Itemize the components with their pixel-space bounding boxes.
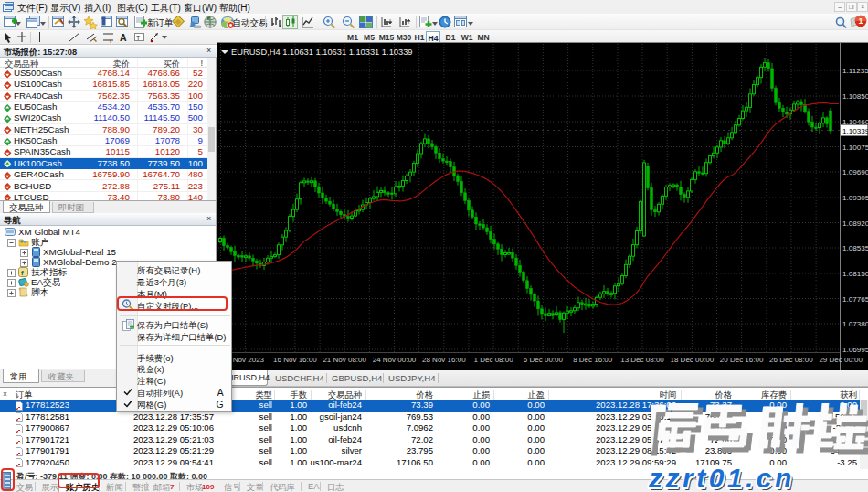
svg-text:1 Dec 08:00: 1 Dec 08:00 xyxy=(474,356,514,364)
svg-text:1.08150: 1.08150 xyxy=(842,270,868,278)
svg-text:1.10339: 1.10339 xyxy=(842,127,868,135)
svg-text:1: 1 xyxy=(858,16,863,26)
svg-text:f: f xyxy=(21,269,24,277)
svg-text:1.10075: 1.10075 xyxy=(842,144,868,152)
svg-text:1.11235: 1.11235 xyxy=(842,67,868,75)
svg-text:1.09690: 1.09690 xyxy=(842,168,868,176)
svg-text:1.08535: 1.08535 xyxy=(842,244,868,252)
svg-text:26 Dec 08:00: 26 Dec 08:00 xyxy=(769,356,813,364)
svg-text:29 Dec 00:00: 29 Dec 00:00 xyxy=(819,356,863,364)
svg-text:1.09305: 1.09305 xyxy=(842,194,868,202)
svg-text:1.08920: 1.08920 xyxy=(842,219,868,228)
svg-text:9 Nov 2023: 9 Nov 2023 xyxy=(227,356,264,364)
svg-text:1.10850: 1.10850 xyxy=(842,92,868,101)
svg-text:13 Dec 08:00: 13 Dec 08:00 xyxy=(620,356,664,364)
svg-text:20 Dec 16:00: 20 Dec 16:00 xyxy=(720,356,764,364)
svg-text:1.06995: 1.06995 xyxy=(842,346,868,354)
svg-text:1.07380: 1.07380 xyxy=(842,320,868,328)
svg-text:24 Nov 00:00: 24 Nov 00:00 xyxy=(373,356,417,364)
svg-text:8 Dec 16:00: 8 Dec 16:00 xyxy=(573,356,613,364)
svg-text:1.07765: 1.07765 xyxy=(842,295,868,304)
svg-text:EURUSD,H4 1.10631 1.10631 1.1: EURUSD,H4 1.10631 1.10631 1.10331 1.1033… xyxy=(231,48,412,57)
svg-text:21 Nov 08:00: 21 Nov 08:00 xyxy=(323,356,366,364)
svg-text:16 Nov 16:00: 16 Nov 16:00 xyxy=(273,356,317,364)
svg-text:6 Dec 00:00: 6 Dec 00:00 xyxy=(524,356,564,364)
svg-text:18 Dec 00:00: 18 Dec 00:00 xyxy=(671,356,715,364)
svg-text:T: T xyxy=(136,35,141,41)
svg-text:28 Nov 16:00: 28 Nov 16:00 xyxy=(422,356,466,364)
